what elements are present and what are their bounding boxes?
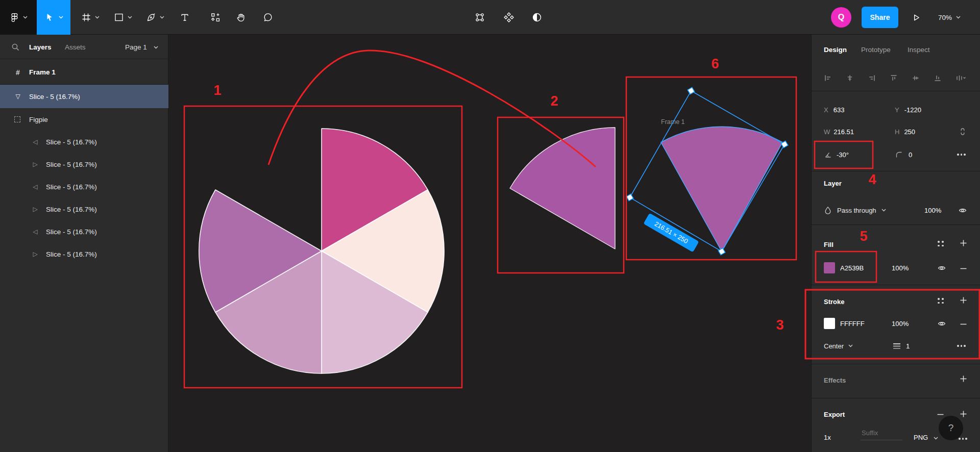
suffix-input[interactable] <box>861 428 902 440</box>
present-button[interactable] <box>909 0 923 35</box>
stroke-color-row[interactable]: FFFFFF <box>824 318 865 329</box>
tab-inspect[interactable]: Inspect <box>908 46 930 54</box>
stroke-align-select[interactable]: Center <box>824 340 853 351</box>
plus-icon[interactable] <box>960 375 967 382</box>
layer-row-frame-1[interactable]: # Frame 1 <box>0 60 168 85</box>
tab-assets[interactable]: Assets <box>65 35 86 59</box>
share-button[interactable]: Share <box>862 7 898 28</box>
align-right-icon[interactable] <box>868 74 876 82</box>
more-options-icon[interactable] <box>957 345 966 347</box>
tab-layers[interactable]: Layers <box>29 35 52 59</box>
layer-row-slice[interactable]: ◁ Slice - 5 (16.7%) <box>0 175 168 198</box>
layer-row-slice[interactable]: ◁ Slice - 5 (16.7%) <box>0 131 168 153</box>
detached-pie-slice[interactable] <box>510 128 615 249</box>
align-bottom-icon[interactable] <box>934 74 942 82</box>
shape-tool-button[interactable] <box>109 0 137 35</box>
pie-slice[interactable] <box>199 190 322 312</box>
selection-handle[interactable] <box>781 141 788 148</box>
layer-label: Frame 1 <box>29 68 56 76</box>
stroke-hex[interactable]: FFFFFF <box>840 320 865 328</box>
page-selector[interactable]: Page 1 <box>125 35 147 59</box>
layer-label: Slice - 5 (16.7%) <box>29 93 80 101</box>
eye-icon[interactable] <box>938 265 946 271</box>
x-field[interactable]: X 633 <box>824 104 844 115</box>
help-button[interactable]: ? <box>939 416 963 440</box>
zoom-control[interactable]: 70% <box>938 0 961 35</box>
stroke-weight-field[interactable]: 1 <box>893 340 910 351</box>
stroke-opacity-value[interactable]: 100% <box>892 320 909 328</box>
minus-icon[interactable] <box>960 268 967 269</box>
search-icon[interactable] <box>11 43 20 52</box>
export-format[interactable]: PNG <box>914 434 928 441</box>
edit-object-button[interactable] <box>473 0 487 35</box>
layer-opacity-value[interactable]: 100% <box>924 207 941 214</box>
chevron-down-icon <box>934 437 938 440</box>
rotation-field[interactable]: -30° <box>824 149 849 160</box>
move-tool-button[interactable] <box>37 0 70 35</box>
pen-tool-button[interactable] <box>141 0 169 35</box>
layer-row-slice[interactable]: ▷ Slice - 5 (16.7%) <box>0 153 168 175</box>
arrange-button[interactable] <box>502 0 516 35</box>
more-options-icon[interactable] <box>957 154 966 156</box>
x-value: 633 <box>834 106 845 114</box>
export-scale[interactable]: 1x <box>824 434 831 441</box>
figma-menu-button[interactable] <box>0 0 37 35</box>
y-field[interactable]: Y -1220 <box>895 104 921 115</box>
minus-icon[interactable] <box>937 414 944 415</box>
more-options-icon[interactable] <box>959 438 967 440</box>
rectangle-icon <box>114 12 124 22</box>
plus-icon[interactable] <box>960 240 967 246</box>
layer-row-slice[interactable]: ▷ Slice - 5 (16.7%) <box>0 198 168 220</box>
fill-swatch[interactable] <box>824 262 835 273</box>
text-tool-button[interactable] <box>178 0 192 35</box>
x-label: X <box>824 106 828 114</box>
corner-radius-field[interactable]: 0 <box>895 149 912 160</box>
constrain-proportions-icon[interactable] <box>959 127 967 136</box>
align-top-icon[interactable] <box>890 74 898 82</box>
styles-icon[interactable] <box>938 241 944 246</box>
layer-row-slice[interactable]: ◁ Slice - 5 (16.7%) <box>0 220 168 243</box>
tidy-up-icon[interactable] <box>955 74 967 82</box>
plus-icon[interactable] <box>960 411 967 417</box>
hand-tool-button[interactable] <box>234 0 248 35</box>
selection-handle[interactable] <box>626 194 633 201</box>
pie-slice[interactable] <box>215 251 322 373</box>
blend-mode-select[interactable]: Pass through <box>824 205 886 216</box>
selection-handle[interactable] <box>718 248 725 255</box>
tab-prototype[interactable]: Prototype <box>861 46 891 54</box>
frame-name-label[interactable]: Frame 1 <box>661 118 685 125</box>
frame-tool-button[interactable] <box>77 0 104 35</box>
mask-button[interactable] <box>530 0 544 35</box>
pie-slice[interactable] <box>322 129 428 251</box>
selection-handle[interactable] <box>688 87 695 94</box>
width-field[interactable]: W 216.51 <box>824 126 854 137</box>
component-tool-button[interactable] <box>208 0 223 35</box>
minus-icon[interactable] <box>960 323 967 325</box>
eye-icon[interactable] <box>959 208 967 213</box>
fill-hex[interactable]: A2539B <box>840 264 864 272</box>
align-horizontal-center-icon[interactable] <box>846 74 854 82</box>
height-field[interactable]: H 250 <box>895 126 915 137</box>
avatar[interactable]: Q <box>831 7 851 28</box>
pie-slice[interactable] <box>322 251 428 373</box>
eye-icon[interactable] <box>938 321 946 327</box>
annotation-number-4: 4 <box>868 172 876 188</box>
align-vertical-center-icon[interactable] <box>912 74 920 82</box>
fill-opacity-value[interactable]: 100% <box>892 264 909 272</box>
align-left-icon[interactable] <box>824 74 832 82</box>
layer-label: Slice - 5 (16.7%) <box>46 250 97 258</box>
layer-row-slice[interactable]: ▷ Slice - 5 (16.7%) <box>0 243 168 265</box>
tab-design[interactable]: Design <box>824 46 847 54</box>
stroke-swatch[interactable] <box>824 318 835 329</box>
stroke-weight-value: 1 <box>906 342 910 350</box>
comment-tool-button[interactable] <box>261 0 275 35</box>
layer-row-slice-selected[interactable]: ▽ Slice - 5 (16.7%) <box>0 85 168 108</box>
chevron-down-icon <box>23 16 28 19</box>
pie-slice[interactable] <box>322 190 444 312</box>
layer-label: Slice - 5 (16.7%) <box>46 138 97 146</box>
layer-row-figpie[interactable]: Figpie <box>0 108 168 131</box>
plus-icon[interactable] <box>960 297 967 304</box>
fill-color-row[interactable]: A2539B <box>824 262 864 273</box>
selected-pie-slice[interactable] <box>661 127 782 252</box>
styles-icon[interactable] <box>938 298 944 304</box>
